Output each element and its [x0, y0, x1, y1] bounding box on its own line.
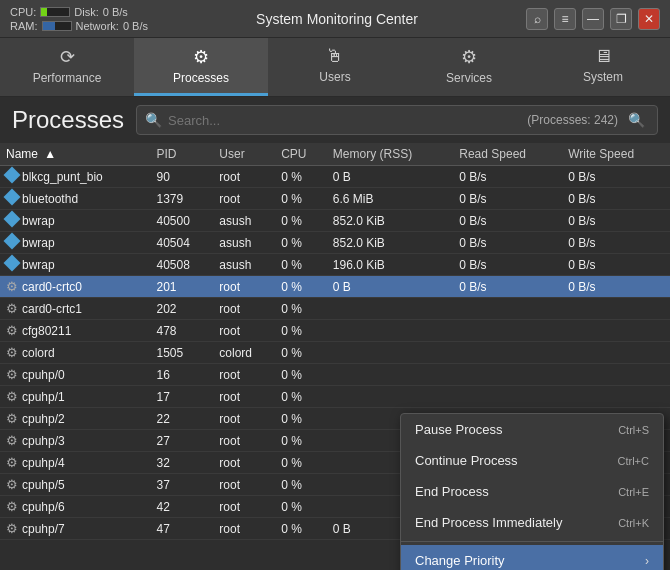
table-row[interactable]: ⚙cfg80211478root0 % [0, 320, 670, 342]
cell-pid: 22 [151, 408, 214, 430]
cell-cpu: 0 % [275, 320, 327, 342]
cell-name: bwrap [0, 254, 151, 275]
close-button[interactable]: ✕ [638, 8, 660, 30]
ctx-continue-process[interactable]: Continue Process Ctrl+C [401, 445, 663, 476]
cell-name: ⚙cpuhp/1 [0, 386, 151, 407]
process-name: bwrap [22, 214, 55, 228]
table-row[interactable]: bluetoothd1379root0 %6.6 MiB0 B/s0 B/s [0, 188, 670, 210]
cell-name: bwrap [0, 210, 151, 231]
table-row[interactable]: blkcg_punt_bio90root0 %0 B0 B/s0 B/s [0, 166, 670, 188]
cell-cpu: 0 % [275, 386, 327, 408]
cell-write [562, 386, 670, 408]
minimize-button[interactable]: — [582, 8, 604, 30]
table-row[interactable]: ⚙colord1505colord0 % [0, 342, 670, 364]
cell-cpu: 0 % [275, 210, 327, 232]
cell-mem: 0 B [327, 166, 453, 188]
cell-cpu: 0 % [275, 232, 327, 254]
table-row[interactable]: bwrap40500asush0 %852.0 KiB0 B/s0 B/s [0, 210, 670, 232]
table-row[interactable]: ⚙card0-crtc0201root0 %0 B0 B/s0 B/s [0, 276, 670, 298]
gear-icon: ⚙ [6, 301, 18, 316]
cell-mem [327, 364, 453, 386]
gear-icon: ⚙ [6, 345, 18, 360]
diamond-icon [6, 213, 18, 228]
cell-pid: 40504 [151, 232, 214, 254]
tab-processes[interactable]: ⚙ Processes [134, 38, 268, 96]
gear-icon: ⚙ [6, 367, 18, 382]
diamond-icon [6, 169, 18, 184]
cell-mem: 196.0 KiB [327, 254, 453, 276]
cell-cpu: 0 % [275, 298, 327, 320]
process-table: Name ▲ PID User CPU Memory (RSS) Read Sp… [0, 143, 670, 570]
process-count: (Processes: 242) [527, 113, 618, 127]
table-row[interactable]: bwrap40504asush0 %852.0 KiB0 B/s0 B/s [0, 232, 670, 254]
tab-system-label: System [583, 70, 623, 84]
tab-users-label: Users [319, 70, 350, 84]
tab-processes-label: Processes [173, 71, 229, 85]
page-title: Processes [12, 106, 124, 134]
cell-cpu: 0 % [275, 474, 327, 496]
ctx-end-immediately-shortcut: Ctrl+K [618, 517, 649, 529]
gear-icon: ⚙ [6, 455, 18, 470]
col-memory[interactable]: Memory (RSS) [327, 143, 453, 166]
cell-name: bwrap [0, 232, 151, 253]
search-bar[interactable]: 🔍 (Processes: 242) 🔍 [136, 105, 658, 135]
page-header: Processes 🔍 (Processes: 242) 🔍 [0, 97, 670, 143]
process-name: cfg80211 [22, 324, 71, 338]
process-name: card0-crtc1 [22, 302, 82, 316]
processes-icon: ⚙ [193, 46, 209, 68]
table-row[interactable]: ⚙cpuhp/117root0 % [0, 386, 670, 408]
cell-write: 0 B/s [562, 210, 670, 232]
cell-pid: 201 [151, 276, 214, 298]
cell-user: asush [213, 254, 275, 276]
search-input[interactable] [168, 113, 517, 128]
cell-name: ⚙cpuhp/6 [0, 496, 151, 517]
cell-cpu: 0 % [275, 276, 327, 298]
col-name[interactable]: Name ▲ [0, 143, 151, 166]
cell-cpu: 0 % [275, 496, 327, 518]
cell-user: root [213, 188, 275, 210]
table-row[interactable]: bwrap40508asush0 %196.0 KiB0 B/s0 B/s [0, 254, 670, 276]
process-name: cpuhp/5 [22, 478, 65, 492]
ctx-end-immediately[interactable]: End Process Immediately Ctrl+K [401, 507, 663, 538]
cell-pid: 40508 [151, 254, 214, 276]
table-row[interactable]: ⚙cpuhp/016root0 % [0, 364, 670, 386]
restore-button[interactable]: ❐ [610, 8, 632, 30]
search-filter-button[interactable]: 🔍 [624, 110, 649, 130]
tab-services[interactable]: ⚙ Services [402, 38, 536, 96]
ctx-end-process[interactable]: End Process Ctrl+E [401, 476, 663, 507]
context-menu: Pause Process Ctrl+S Continue Process Ct… [400, 413, 664, 570]
search-button[interactable]: ⌕ [526, 8, 548, 30]
process-name: cpuhp/7 [22, 522, 65, 536]
cell-read: 0 B/s [453, 210, 562, 232]
titlebar: CPU: Disk: 0 B/s RAM: Network: 0 B/s Sys… [0, 0, 670, 38]
cell-pid: 40500 [151, 210, 214, 232]
tab-users[interactable]: 🖱 Users [268, 38, 402, 96]
ctx-continue-label: Continue Process [415, 453, 518, 468]
process-name: cpuhp/6 [22, 500, 65, 514]
window-controls: ⌕ ≡ — ❐ ✕ [526, 8, 660, 30]
cell-name: ⚙cpuhp/3 [0, 430, 151, 451]
cell-cpu: 0 % [275, 364, 327, 386]
col-pid[interactable]: PID [151, 143, 214, 166]
col-read-speed[interactable]: Read Speed [453, 143, 562, 166]
process-name: bwrap [22, 258, 55, 272]
ctx-pause-process[interactable]: Pause Process Ctrl+S [401, 414, 663, 445]
ctx-pause-shortcut: Ctrl+S [618, 424, 649, 436]
search-icon: 🔍 [145, 112, 162, 128]
col-cpu[interactable]: CPU [275, 143, 327, 166]
ctx-change-priority[interactable]: Change Priority › [401, 545, 663, 570]
cell-write: 0 B/s [562, 254, 670, 276]
cell-user: root [213, 474, 275, 496]
cell-pid: 17 [151, 386, 214, 408]
cell-write: 0 B/s [562, 276, 670, 298]
tab-performance[interactable]: ⟳ Performance [0, 38, 134, 96]
process-name: colord [22, 346, 55, 360]
gear-icon: ⚙ [6, 499, 18, 514]
col-user[interactable]: User [213, 143, 275, 166]
col-write-speed[interactable]: Write Speed [562, 143, 670, 166]
table-row[interactable]: ⚙card0-crtc1202root0 % [0, 298, 670, 320]
tab-system[interactable]: 🖥 System [536, 38, 670, 96]
cell-user: root [213, 386, 275, 408]
cell-write [562, 342, 670, 364]
menu-button[interactable]: ≡ [554, 8, 576, 30]
